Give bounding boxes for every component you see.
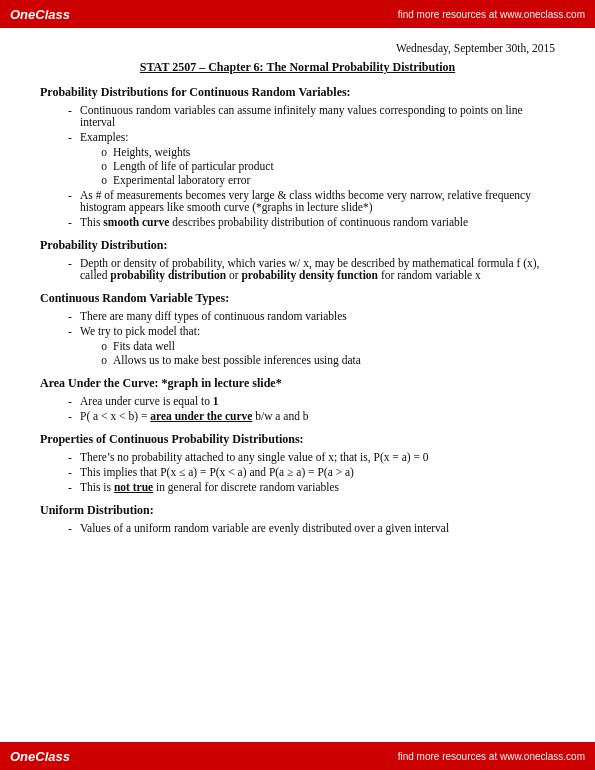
- section-heading-5: Uniform Distribution:: [40, 503, 555, 518]
- circle-icon: o: [95, 174, 113, 186]
- dash-icon: -: [60, 216, 80, 228]
- list-item: o Allows us to make best possible infere…: [95, 354, 555, 366]
- sub-bullet-text: Allows us to make best possible inferenc…: [113, 354, 555, 366]
- bullet-text: There are many diff types of continuous …: [80, 310, 555, 322]
- bold-text: probability distribution: [110, 269, 226, 281]
- bullet-text: This smooth curve describes probability …: [80, 216, 555, 228]
- list-item: - This smooth curve describes probabilit…: [60, 216, 555, 228]
- list-item: - This is not true in general for discre…: [60, 481, 555, 493]
- section-heading-4: Properties of Continuous Probability Dis…: [40, 432, 555, 447]
- list-item: - Depth or density of probability, which…: [60, 257, 555, 281]
- footer-logo: OneClass: [10, 749, 70, 764]
- dash-icon: -: [60, 325, 80, 337]
- bullet-text: P( a < x < b) = area under the curve b/w…: [80, 410, 555, 422]
- circle-icon: o: [95, 146, 113, 158]
- sub-bullet-text: Fits data well: [113, 340, 555, 352]
- bold-underline-text: area under the curve: [150, 410, 252, 422]
- dash-icon: -: [60, 522, 80, 534]
- list-item: - This implies that P(x ≤ a) = P(x < a) …: [60, 466, 555, 478]
- footer-bar: OneClass find more resources at www.onec…: [0, 742, 595, 770]
- circle-icon: o: [95, 354, 113, 366]
- dash-icon: -: [60, 451, 80, 463]
- bullet-text: Examples:: [80, 131, 555, 143]
- section-heading-3: Area Under the Curve: *graph in lecture …: [40, 376, 555, 391]
- circle-icon: o: [95, 340, 113, 352]
- list-item: - As # of measurements becomes very larg…: [60, 189, 555, 213]
- bullet-text: We try to pick model that:: [80, 325, 555, 337]
- sub-bullet-text: Heights, weights: [113, 146, 555, 158]
- header-tagline: find more resources at www.oneclass.com: [398, 9, 585, 20]
- dash-icon: -: [60, 310, 80, 322]
- dash-icon: -: [60, 104, 80, 128]
- sub-bullet-text: Experimental laboratory error: [113, 174, 555, 186]
- dash-icon: -: [60, 410, 80, 422]
- bullet-text: There’s no probability attached to any s…: [80, 451, 555, 463]
- list-item: - Continuous random variables can assume…: [60, 104, 555, 128]
- sub-bullet-text: Length of life of particular product: [113, 160, 555, 172]
- dash-icon: -: [60, 466, 80, 478]
- not-true-text: not true: [114, 481, 153, 493]
- bullet-text: Continuous random variables can assume i…: [80, 104, 555, 128]
- bullet-text: Values of a uniform random variable are …: [80, 522, 555, 534]
- list-item: - Area under curve is equal to 1: [60, 395, 555, 407]
- page-title: STAT 2507 – Chapter 6: The Normal Probab…: [40, 60, 555, 75]
- dash-icon: -: [60, 257, 80, 281]
- dash-icon: -: [60, 189, 80, 213]
- date-line: Wednesday, September 30th, 2015: [40, 42, 555, 54]
- list-item: - Values of a uniform random variable ar…: [60, 522, 555, 534]
- section-heading-2: Continuous Random Variable Types:: [40, 291, 555, 306]
- header-bar: OneClass find more resources at www.onec…: [0, 0, 595, 28]
- list-item: - Examples:: [60, 131, 555, 143]
- list-item: o Experimental laboratory error: [95, 174, 555, 186]
- bullet-text: This implies that P(x ≤ a) = P(x < a) an…: [80, 466, 555, 478]
- bullet-text: Depth or density of probability, which v…: [80, 257, 555, 281]
- bullet-text: Area under curve is equal to 1: [80, 395, 555, 407]
- section-heading-0: Probability Distributions for Continuous…: [40, 85, 555, 100]
- dash-icon: -: [60, 131, 80, 143]
- bold-text: 1: [213, 395, 219, 407]
- bullet-text: This is not true in general for discrete…: [80, 481, 555, 493]
- list-item: o Heights, weights: [95, 146, 555, 158]
- list-item: - There’s no probability attached to any…: [60, 451, 555, 463]
- circle-icon: o: [95, 160, 113, 172]
- bullet-text: As # of measurements becomes very large …: [80, 189, 555, 213]
- footer-tagline: find more resources at www.oneclass.com: [398, 751, 585, 762]
- dash-icon: -: [60, 395, 80, 407]
- section-heading-1: Probability Distribution:: [40, 238, 555, 253]
- list-item: - We try to pick model that:: [60, 325, 555, 337]
- list-item: - P( a < x < b) = area under the curve b…: [60, 410, 555, 422]
- bold-text: probability density function: [241, 269, 378, 281]
- header-logo: OneClass: [10, 7, 70, 22]
- smooth-curve-text: smooth curve: [103, 216, 169, 228]
- main-content: Wednesday, September 30th, 2015 STAT 250…: [0, 28, 595, 587]
- list-item: o Length of life of particular product: [95, 160, 555, 172]
- list-item: - There are many diff types of continuou…: [60, 310, 555, 322]
- dash-icon: -: [60, 481, 80, 493]
- list-item: o Fits data well: [95, 340, 555, 352]
